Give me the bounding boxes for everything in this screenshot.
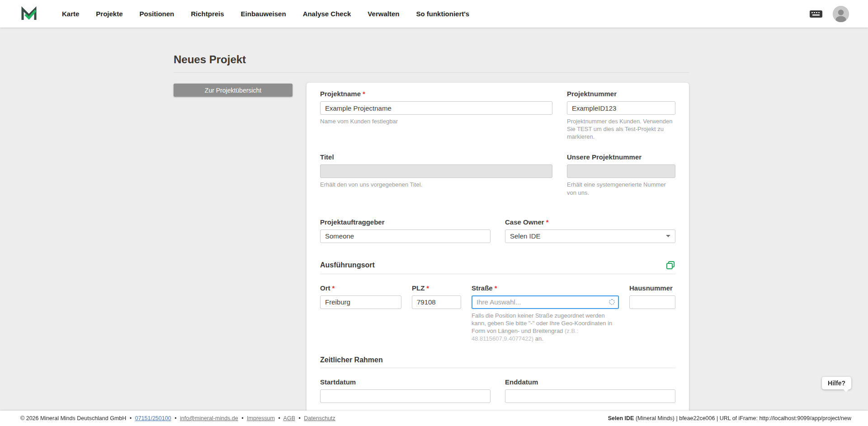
strasse-helper: Falls die Position keiner Straße zugeord… bbox=[472, 312, 619, 343]
footer-separator: • bbox=[241, 415, 243, 421]
footer-phone-link[interactable]: 07151/250100 bbox=[135, 415, 171, 421]
loading-spinner-icon bbox=[609, 299, 615, 305]
nav-item-verwalten[interactable]: Verwalten bbox=[368, 10, 399, 18]
nav-item-einbauweisen[interactable]: Einbauweisen bbox=[241, 10, 286, 18]
nav-item-richtpreis[interactable]: Richtpreis bbox=[191, 10, 224, 18]
footer-session-details: (Mineral Minds) | bfeae22ce006 | URL of … bbox=[634, 415, 851, 421]
footer-impressum-link[interactable]: Impressum bbox=[247, 415, 275, 421]
copy-icon[interactable] bbox=[665, 260, 675, 270]
left-column: Zur Projektübersicht bbox=[174, 83, 307, 415]
projektauftraggeber-label: Projektauftraggeber bbox=[320, 218, 491, 226]
required-asterisk: * bbox=[332, 284, 335, 292]
titel-input bbox=[320, 164, 552, 178]
footer-separator: • bbox=[130, 415, 132, 421]
titel-label: Titel bbox=[320, 153, 552, 161]
footer-user: Selen IDE bbox=[608, 415, 634, 421]
footer-separator: • bbox=[298, 415, 300, 421]
new-project-form-card: Projektname* Name vom Kunden festlegbar … bbox=[307, 83, 689, 415]
case-owner-value: Selen IDE bbox=[510, 232, 541, 240]
startdatum-label: Startdatum bbox=[320, 378, 491, 386]
projektnummer-helper: Projektnummer des Kunden. Verwenden Sie … bbox=[567, 117, 675, 140]
footer-session-info: Selen IDE (Mineral Minds) | bfeae22ce006… bbox=[608, 415, 851, 421]
footer-email-link[interactable]: info@mineral-minds.de bbox=[180, 415, 238, 421]
startdatum-input[interactable] bbox=[320, 389, 491, 403]
footer-info: © 2026 Mineral Minds Deutschland GmbH • … bbox=[20, 415, 337, 421]
footer-datenschutz-link[interactable]: Datenschutz bbox=[304, 415, 335, 421]
required-asterisk: * bbox=[495, 284, 497, 292]
enddatum-label: Enddatum bbox=[505, 378, 675, 386]
footer-separator: • bbox=[175, 415, 176, 421]
required-asterisk: * bbox=[426, 284, 429, 292]
ort-input[interactable] bbox=[320, 295, 401, 309]
navbar-right bbox=[809, 6, 849, 22]
unsere-projektnummer-helper: Erhält eine systemgenerierte Nummer von … bbox=[567, 181, 675, 196]
unsere-projektnummer-label: Unsere Projektnummer bbox=[567, 153, 675, 161]
user-avatar-icon[interactable] bbox=[833, 6, 849, 22]
strasse-label: Straße* bbox=[472, 284, 619, 292]
strasse-input[interactable] bbox=[472, 295, 619, 309]
section-title-zeitlicher-rahmen: Zeitlicher Rahmen bbox=[320, 356, 383, 364]
page-title: Neues Projekt bbox=[174, 53, 689, 73]
projektauftraggeber-input[interactable] bbox=[320, 229, 491, 243]
nav-item-so-funktionierts[interactable]: So funktioniert's bbox=[416, 10, 469, 18]
footer-separator: • bbox=[278, 415, 280, 421]
main-content: Neues Projekt Zur Projektübersicht Proje… bbox=[0, 28, 868, 426]
help-button[interactable]: Hilfe? bbox=[822, 377, 851, 389]
projektname-input[interactable] bbox=[320, 101, 552, 115]
projektname-label: Projektname* bbox=[320, 90, 552, 98]
hausnummer-input[interactable] bbox=[629, 295, 675, 309]
nav-item-positionen[interactable]: Positionen bbox=[140, 10, 175, 18]
required-asterisk: * bbox=[546, 218, 549, 226]
back-to-project-overview-button[interactable]: Zur Projektübersicht bbox=[174, 84, 292, 97]
enddatum-input[interactable] bbox=[505, 389, 675, 403]
main-navigation: Karte Projekte Positionen Richtpreis Ein… bbox=[62, 10, 486, 18]
projektnummer-input[interactable] bbox=[567, 101, 675, 115]
nav-item-projekte[interactable]: Projekte bbox=[96, 10, 123, 18]
page-footer: © 2026 Mineral Minds Deutschland GmbH • … bbox=[0, 411, 868, 426]
case-owner-select[interactable]: Selen IDE bbox=[505, 229, 675, 243]
chevron-down-icon bbox=[666, 235, 670, 237]
plz-input[interactable] bbox=[412, 295, 461, 309]
nav-item-karte[interactable]: Karte bbox=[62, 10, 79, 18]
top-navbar: Karte Projekte Positionen Richtpreis Ein… bbox=[0, 0, 868, 28]
titel-helper: Erhält den von uns vorgegebenen Titel. bbox=[320, 181, 552, 188]
help-button-label: Hilfe? bbox=[828, 379, 845, 387]
footer-agb-link[interactable]: AGB bbox=[283, 415, 295, 421]
plz-label: PLZ* bbox=[412, 284, 461, 292]
projektname-helper: Name vom Kunden festlegbar bbox=[320, 117, 552, 125]
ort-label: Ort* bbox=[320, 284, 401, 292]
required-asterisk: * bbox=[363, 90, 365, 98]
case-owner-label: Case Owner* bbox=[505, 218, 675, 226]
unsere-projektnummer-input bbox=[567, 164, 675, 178]
hausnummer-label: Hausnummer bbox=[629, 284, 675, 292]
projektnummer-label: Projektnummer bbox=[567, 90, 675, 98]
nav-item-analyse-check[interactable]: Analyse Check bbox=[303, 10, 351, 18]
section-title-ausfuehrungsort: Ausführungsort bbox=[320, 261, 375, 269]
keyboard-icon[interactable] bbox=[809, 9, 823, 19]
mineral-minds-logo-icon[interactable] bbox=[20, 5, 38, 23]
footer-copyright: © 2026 Mineral Minds Deutschland GmbH bbox=[20, 415, 126, 421]
